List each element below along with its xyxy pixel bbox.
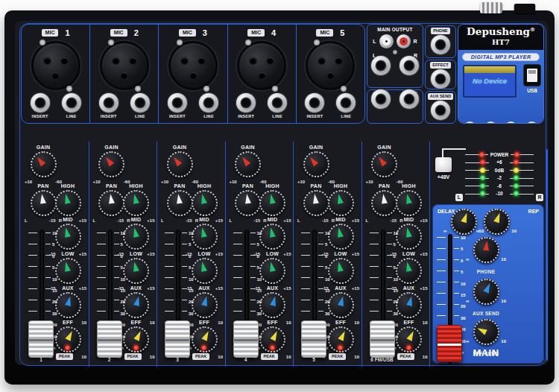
gain-knob[interactable] [98, 151, 124, 177]
xlr-mic-input[interactable] [100, 41, 149, 90]
output-6-jack[interactable] [371, 89, 391, 109]
mid-eq-label: MID [47, 217, 89, 222]
insert-jack[interactable] [305, 93, 324, 113]
meter-led [480, 175, 485, 180]
main-fader-cap[interactable] [437, 325, 462, 362]
line-jack[interactable] [62, 93, 81, 113]
high-eq-knob[interactable] [328, 190, 354, 216]
gain-knob[interactable] [235, 151, 261, 177]
insert-jack[interactable] [236, 93, 256, 113]
screw-icon [40, 39, 45, 45]
high-eq-knob[interactable] [396, 190, 422, 216]
high-eq-knob[interactable] [259, 190, 285, 216]
mic-channel-3: MIC3 INSERT LINE [158, 25, 227, 123]
aux-send-jack[interactable] [431, 101, 450, 120]
strip-number: 5 [294, 357, 334, 362]
strip-number: 2 [89, 357, 130, 362]
rear-power-switch[interactable] [514, 4, 535, 13]
high-eq-knob[interactable] [55, 190, 81, 216]
peak-led [338, 345, 343, 350]
fader-cap[interactable] [165, 320, 190, 358]
rca-output-right[interactable] [397, 34, 411, 48]
meter-led [480, 168, 485, 173]
meter-led [514, 191, 519, 196]
channel-fader[interactable]: 10 5 0 5 10 15 20 30 40 60 ∞ [160, 228, 198, 361]
screw-icon [245, 39, 251, 45]
channel-strip-section: GAIN+10-60 PANLR HIGH-15+15 MID-15+15 LO… [21, 142, 430, 367]
high-eq-knob[interactable] [192, 190, 218, 216]
gain-knob[interactable] [167, 151, 193, 177]
main-output-title: MAIN OUTPUT [367, 27, 423, 32]
phone-level-label: PHONE [465, 270, 507, 275]
screw-icon [177, 39, 183, 45]
gain-knob[interactable] [371, 151, 397, 177]
peak-led [270, 345, 275, 350]
output-7-jack[interactable] [399, 89, 419, 109]
mic-channel-2: MIC2 INSERT LINE [89, 25, 158, 123]
channel-fader[interactable]: 10 5 0 5 10 15 20 30 40 60 ∞ [297, 228, 334, 361]
delay-knob[interactable] [451, 209, 477, 235]
phantom-power-button[interactable] [435, 157, 452, 172]
channel-fader[interactable]: 10 5 0 5 10 15 20 30 40 60 ∞ [229, 228, 266, 361]
channel-fader[interactable]: 10 5 0 5 10 15 20 30 40 60 ∞ [92, 228, 130, 361]
rep-knob[interactable] [484, 209, 510, 235]
strip-number: 3 [157, 357, 198, 362]
phone-jack-box: PHONE [425, 25, 456, 58]
insert-jack[interactable] [168, 93, 187, 113]
line-label: LINE [268, 114, 287, 118]
high-eq-label: HIGH [252, 183, 294, 189]
master-section: DELAY REP ∞10 ∞10 ∞10PHONE ∞10AUX SEND ∞… [432, 204, 544, 364]
phone-jack[interactable] [431, 35, 450, 54]
meter-row-label: 0dB [489, 168, 510, 173]
usb-port[interactable] [524, 65, 540, 86]
high-eq-knob[interactable] [123, 190, 149, 216]
meter-row-label: +6 [489, 159, 510, 165]
xlr-mic-input[interactable] [237, 41, 286, 90]
effect-jack[interactable] [431, 69, 450, 89]
high-eq-label: HIGH [320, 183, 361, 189]
power-meter-section: +48V POWER +6 0dB -2 -6 -10 L R [432, 146, 546, 203]
main-fader[interactable]: 10 5 0 5 10 15 20 30 40 60 ∞ [432, 233, 470, 365]
gain-label: GAIN [22, 145, 64, 150]
fader-cap[interactable] [28, 320, 54, 358]
gain-knob[interactable] [31, 151, 57, 177]
rca-output-left[interactable] [379, 34, 394, 48]
phone-level-knob[interactable] [473, 237, 499, 263]
meter-led [480, 191, 485, 196]
meter-row-label: -10 [489, 191, 510, 196]
eff-send-knob[interactable] [473, 319, 499, 345]
channel-number: 1 [65, 28, 69, 37]
play-pause-button[interactable] [505, 121, 517, 124]
line-jack-col: LINE [62, 93, 81, 118]
channel-fader[interactable]: 10 5 0 5 10 15 20 30 40 60 ∞ [365, 228, 402, 361]
meter-led [514, 183, 519, 189]
fader-cap[interactable] [301, 320, 326, 358]
gain-knob[interactable] [303, 151, 329, 177]
fader-cap[interactable] [370, 320, 395, 358]
line-jack[interactable] [130, 93, 150, 113]
line-jack[interactable] [199, 93, 218, 113]
channel-fader[interactable]: 10 5 0 5 10 15 20 30 40 60 ∞ [24, 228, 61, 361]
main-out-right-jack[interactable] [399, 56, 419, 75]
insert-jack[interactable] [99, 93, 119, 113]
prev-track-button[interactable] [464, 121, 476, 124]
xlr-mic-input[interactable] [168, 41, 218, 90]
insert-jack-col: INSERT [305, 93, 324, 118]
main-out-left-jack[interactable] [371, 56, 391, 75]
fader-cap[interactable] [97, 320, 122, 358]
peak-led [201, 345, 206, 350]
next-track-button[interactable] [484, 121, 497, 124]
line-jack[interactable] [336, 93, 356, 113]
line-jack[interactable] [268, 93, 287, 113]
aux-send-knob[interactable] [473, 279, 499, 305]
strip-number: 6 FM/USB [362, 357, 402, 362]
mid-eq-label: MID [116, 217, 157, 222]
xlr-mic-input[interactable] [306, 41, 355, 90]
meter-left-badge: L [455, 194, 463, 201]
fader-cap[interactable] [233, 320, 259, 358]
insert-jack[interactable] [31, 93, 50, 113]
insert-jack-col: INSERT [31, 93, 50, 118]
xlr-mic-input[interactable] [31, 41, 80, 90]
insert-label: INSERT [31, 114, 50, 118]
screw-icon [66, 86, 72, 92]
